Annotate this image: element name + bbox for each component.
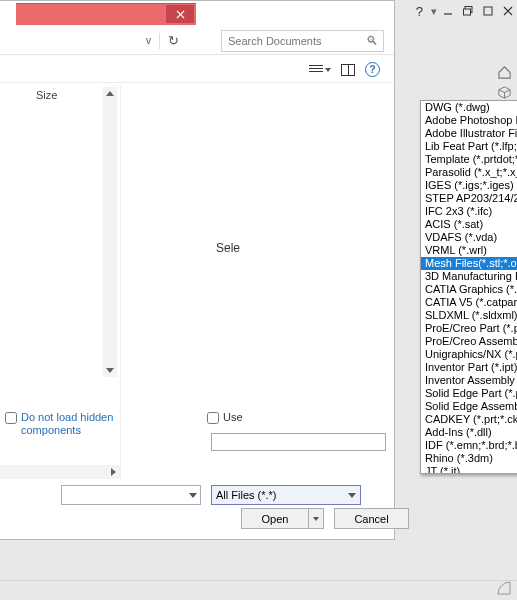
dialog-buttons: Open Cancel — [241, 508, 409, 529]
restore-button[interactable] — [459, 2, 477, 20]
filetype-option[interactable]: Adobe Illustrator Files (*.ai) — [421, 127, 517, 140]
view-toolbar: ? — [0, 57, 394, 83]
filetype-option[interactable]: Solid Edge Part (*.par;*.psm) — [421, 387, 517, 400]
vertical-scrollbar[interactable] — [103, 87, 117, 377]
svg-rect-2 — [464, 9, 471, 15]
scroll-down-icon — [106, 368, 114, 373]
filetype-option[interactable]: SLDXML (*.sldxml) — [421, 309, 517, 322]
refresh-icon[interactable]: ↻ — [168, 33, 179, 48]
search-input[interactable]: 🔍︎ — [221, 30, 384, 52]
format-button[interactable] — [211, 433, 386, 451]
filetype-option[interactable]: Inventor Assembly (*.iam) — [421, 374, 517, 387]
filetype-option[interactable]: CADKEY (*.prt;*.ckd) — [421, 413, 517, 426]
view-list-button[interactable] — [309, 65, 331, 75]
filetype-option[interactable]: Inventor Part (*.ipt) — [421, 361, 517, 374]
search-field[interactable] — [228, 35, 366, 47]
checkbox-input[interactable] — [207, 412, 219, 424]
filetype-option[interactable]: JT (*.jt) — [421, 465, 517, 473]
use-checkbox[interactable]: Use — [207, 411, 243, 424]
filetype-option[interactable]: Rhino (*.3dm) — [421, 452, 517, 465]
chevron-down-icon — [313, 517, 319, 521]
separator — [159, 33, 160, 49]
select-preview-label: Sele — [216, 241, 240, 255]
filetype-option[interactable]: DWG (*.dwg) — [421, 101, 517, 114]
breadcrumb-dropdown-icon[interactable]: v — [146, 35, 151, 46]
horizontal-scrollbar[interactable] — [0, 465, 120, 479]
filetype-option[interactable]: CATIA V5 (*.catpart;*.catproduct) — [421, 296, 517, 309]
scroll-up-icon — [106, 91, 114, 96]
help-dropdown-icon[interactable]: ▾ — [431, 5, 437, 18]
address-toolbar: v ↻ 🔍︎ — [0, 27, 394, 55]
filetype-option[interactable]: IDF (*.emn;*.brd;*.bdf;*.idb) — [421, 439, 517, 452]
filetype-option[interactable]: ProE/Creo Part (*.prt;*.prt.*;*.xpr) — [421, 322, 517, 335]
dialog-close-button[interactable] — [166, 5, 194, 23]
checkbox-label: Do not load hidden components — [21, 411, 115, 437]
status-bar — [0, 580, 517, 600]
filetype-option[interactable]: ACIS (*.sat) — [421, 218, 517, 231]
chevron-down-icon — [189, 493, 197, 498]
filetype-option[interactable]: ProE/Creo Assembly (*.asm;*.asm.*;*.xas) — [421, 335, 517, 348]
filetype-option[interactable]: 3D Manufacturing Format (*.3mf) — [421, 270, 517, 283]
filetype-option[interactable]: Add-Ins (*.dll) — [421, 426, 517, 439]
open-button[interactable]: Open — [241, 508, 309, 529]
help-menu[interactable]: ? — [410, 2, 429, 21]
filetype-option[interactable]: CATIA Graphics (*.cgr) — [421, 283, 517, 296]
maximize-button[interactable] — [479, 2, 497, 20]
app-window-controls: ? ▾ — [410, 0, 517, 22]
filetype-option[interactable]: Parasolid (*.x_t;*.x_b;*.xmt_txt;*.xmt_b… — [421, 166, 517, 179]
filetype-option[interactable]: Mesh Files(*.stl;*.obj;*.off;*.ply;*.ply… — [421, 257, 517, 270]
cancel-button[interactable]: Cancel — [334, 508, 409, 529]
help-icon[interactable]: ? — [365, 62, 380, 77]
open-split-button[interactable] — [309, 508, 324, 529]
filetype-option[interactable]: IFC 2x3 (*.ifc) — [421, 205, 517, 218]
close-button[interactable] — [499, 2, 517, 20]
filetype-option[interactable]: Solid Edge Assembly (*.asm) — [421, 400, 517, 413]
column-size[interactable]: Size — [36, 89, 57, 101]
filter-combobox[interactable]: All Files (*.*) — [211, 485, 361, 505]
filetype-option[interactable]: VDAFS (*.vda) — [421, 231, 517, 244]
filetype-option[interactable]: VRML (*.wrl) — [421, 244, 517, 257]
checkbox-input[interactable] — [5, 412, 17, 424]
dont-load-hidden-checkbox[interactable]: Do not load hidden components — [5, 411, 115, 437]
filename-row: All Files (*.*) — [61, 485, 361, 505]
minimize-button[interactable] — [439, 2, 457, 20]
home-icon[interactable] — [496, 64, 513, 81]
filetype-option[interactable]: IGES (*.igs;*.iges) — [421, 179, 517, 192]
filename-combobox[interactable] — [61, 485, 201, 505]
cube-icon[interactable] — [496, 84, 513, 101]
search-icon[interactable]: 🔍︎ — [366, 34, 378, 48]
chevron-down-icon — [348, 493, 356, 498]
arc-icon[interactable] — [497, 581, 511, 598]
filetype-option[interactable]: Lib Feat Part (*.lfp;*.sldlfp) — [421, 140, 517, 153]
filetype-option[interactable]: STEP AP203/214/242 (*.step;*.stp) — [421, 192, 517, 205]
open-file-dialog: v ↻ 🔍︎ ? Size Sele — [0, 0, 395, 540]
filter-selected-label: All Files (*.*) — [216, 489, 277, 501]
scroll-right-icon — [111, 468, 116, 476]
preview-pane-button[interactable] — [341, 64, 355, 76]
checkbox-label: Use — [223, 411, 243, 423]
dialog-titlebar — [16, 3, 196, 25]
filetype-option[interactable]: Adobe Photoshop Files (*.psd) — [421, 114, 517, 127]
filetype-option[interactable]: Template (*.prtdot;*.asmdot;*.drwdot) — [421, 153, 517, 166]
chevron-down-icon — [325, 68, 331, 72]
svg-rect-3 — [484, 7, 492, 15]
filetype-dropdown[interactable]: DWG (*.dwg)Adobe Photoshop Files (*.psd)… — [420, 100, 517, 474]
filetype-option[interactable]: Unigraphics/NX (*.prt) — [421, 348, 517, 361]
